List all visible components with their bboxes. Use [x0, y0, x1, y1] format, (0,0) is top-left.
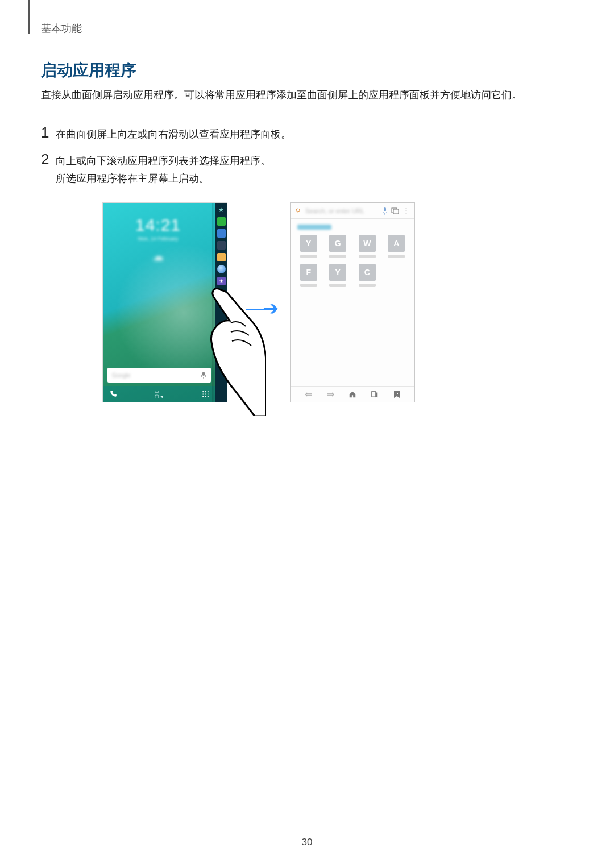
arrow-right-icon: ➔	[246, 297, 279, 319]
step-text: 在曲面侧屏上向左或向右滑动以查看应用程序面板。	[56, 126, 291, 143]
search-icon	[295, 207, 302, 214]
browser-icon	[217, 265, 226, 273]
step-2: 2 向上或向下滚动应用程序列表并选择应用程序。 所选应用程序将在主屏幕上启动。	[41, 151, 271, 187]
screenshot-browser: Search, or enter URL ⋮ Y G W A F Y C ⇐ ⇒	[290, 202, 415, 402]
svg-rect-13	[384, 207, 386, 211]
tile: A	[385, 235, 408, 258]
tabs-icon	[391, 207, 399, 214]
tile: F	[297, 264, 320, 287]
edge-app-icon	[217, 241, 226, 250]
tile-icon: Y	[329, 264, 346, 281]
quick-access-grid: Y G W A F Y C	[297, 235, 408, 287]
recent-icon: ▭ ▢ ◂	[155, 389, 164, 398]
tile-label	[359, 255, 376, 258]
tile-icon: C	[359, 264, 376, 281]
tile-icon: Y	[300, 235, 317, 252]
edge-app-icon	[217, 229, 226, 238]
bookmark-icon	[393, 391, 400, 398]
step-text: 向上或向下滚动应用程序列表并选择应用程序。 所选应用程序将在主屏幕上启动。	[56, 152, 271, 187]
weather-widget: ☁	[103, 250, 213, 263]
tile: G	[327, 235, 350, 258]
svg-rect-16	[372, 391, 376, 396]
page-left-rule	[28, 0, 30, 34]
intro-text: 直接从曲面侧屏启动应用程序。可以将常用应用程序添加至曲面侧屏上的应用程序面板并方…	[41, 86, 569, 104]
tile: Y	[327, 264, 350, 287]
tile: C	[356, 264, 379, 287]
breadcrumb: 基本功能	[41, 22, 82, 35]
clock-widget: 14:21	[103, 215, 213, 235]
url-bar: Search, or enter URL	[305, 207, 379, 214]
clock-date: Mon, 14 February	[103, 236, 213, 242]
google-logo: Google	[112, 372, 130, 379]
step-number: 2	[41, 151, 49, 168]
svg-rect-15	[393, 209, 399, 214]
tile-icon: A	[388, 235, 405, 252]
tile-icon: W	[359, 235, 376, 252]
step-1: 1 在曲面侧屏上向左或向右滑动以查看应用程序面板。	[41, 124, 291, 143]
back-icon: ⇐	[305, 389, 312, 400]
tile-label	[300, 255, 317, 258]
tile-label	[359, 284, 376, 287]
step-number: 1	[41, 124, 49, 142]
tile-label	[300, 284, 317, 287]
forward-icon: ⇒	[327, 389, 334, 400]
edge-app-icon	[217, 217, 226, 226]
statusbar	[103, 203, 227, 210]
browser-toolbar: Search, or enter URL ⋮	[291, 203, 414, 219]
home-icon	[349, 391, 356, 398]
more-icon: ⋮	[403, 206, 410, 215]
star-icon: ★	[218, 206, 224, 214]
bookmarks-icon	[371, 391, 379, 398]
google-search-bar: Google	[107, 368, 211, 383]
phone-icon	[109, 389, 118, 398]
tile-label	[329, 284, 346, 287]
tile-label	[329, 255, 346, 258]
page-title: 启动应用程序	[41, 60, 136, 81]
tile-icon: G	[329, 235, 346, 252]
svg-point-11	[296, 209, 300, 212]
step-text-line: 所选应用程序将在主屏幕上启动。	[56, 173, 209, 184]
tile: Y	[297, 235, 320, 258]
edge-app-icon	[217, 253, 226, 261]
tile-label	[388, 255, 405, 258]
browser-bottom-bar: ⇐ ⇒	[291, 386, 414, 402]
tile-icon: F	[300, 264, 317, 281]
mic-icon	[382, 207, 388, 215]
illustration: 14:21 Mon, 14 February ☁ Google ▭ ▢ ◂ ★	[102, 200, 512, 410]
svg-line-12	[300, 211, 301, 213]
quick-access-label	[297, 225, 331, 230]
page-number: 30	[0, 837, 614, 848]
step-text-line: 向上或向下滚动应用程序列表并选择应用程序。	[56, 155, 271, 167]
tile: W	[356, 235, 379, 258]
